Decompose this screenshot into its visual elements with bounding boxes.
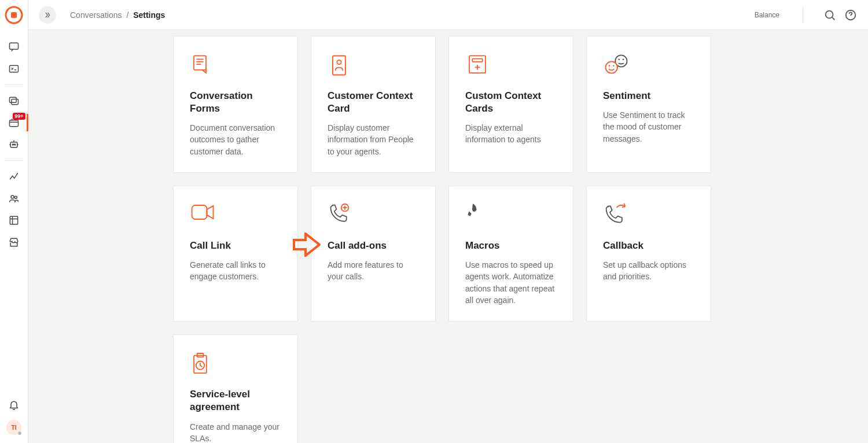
svg-point-11 (14, 196, 17, 198)
nav-store[interactable] (0, 231, 28, 253)
svg-point-10 (11, 195, 14, 198)
nav-settings-active[interactable]: 99+ (0, 112, 28, 134)
svg-point-22 (623, 58, 624, 60)
svg-point-21 (618, 58, 620, 60)
svg-rect-2 (10, 43, 19, 49)
svg-rect-26 (192, 205, 207, 219)
svg-rect-3 (10, 65, 19, 72)
avatar-initials: TI (12, 424, 17, 431)
balance-label[interactable]: Balance (755, 11, 779, 19)
svg-point-24 (609, 65, 610, 67)
left-rail: 99+ TI (0, 0, 28, 443)
clipboard-clock-icon (190, 351, 281, 375)
id-card-icon (328, 53, 419, 77)
nav-reports[interactable] (0, 209, 28, 231)
card-customer-context-card[interactable]: Customer Context Card Display customer i… (311, 36, 436, 173)
brand-logo[interactable] (5, 6, 23, 24)
card-desc: Generate call links to engage customers. (190, 259, 281, 283)
form-icon (190, 53, 281, 77)
svg-point-13 (826, 10, 833, 18)
nav-conversations[interactable] (0, 36, 28, 58)
svg-rect-16 (333, 56, 345, 75)
svg-rect-5 (12, 99, 19, 105)
card-title: Customer Context Card (328, 90, 419, 115)
svg-rect-6 (10, 120, 19, 127)
card-title: Conversation Forms (190, 90, 281, 115)
sidebar-toggle-button[interactable] (39, 6, 56, 24)
card-callback[interactable]: Callback Set up callback options and pri… (586, 186, 711, 322)
card-desc: Document conversation outcomes to gather… (190, 122, 281, 157)
nav-inboxes[interactable] (0, 90, 28, 112)
call-plus-icon (328, 202, 419, 227)
breadcrumb-separator: / (126, 10, 128, 20)
card-desc: Display external information to agents (465, 122, 557, 146)
breadcrumb-parent[interactable]: Conversations (70, 10, 122, 20)
sentiment-icon (603, 53, 694, 77)
svg-point-9 (14, 144, 16, 145)
card-title: Call add-ons (328, 239, 419, 252)
svg-point-17 (337, 60, 341, 64)
card-desc: Add more features to your calls. (328, 259, 419, 283)
breadcrumb-current: Settings (133, 10, 165, 20)
card-title: Call Link (190, 239, 281, 252)
card-desc: Use macros to speed up agents work. Auto… (465, 259, 557, 306)
svg-point-25 (613, 65, 615, 67)
user-avatar[interactable]: TI (6, 420, 21, 435)
card-call-link[interactable]: Call Link Generate call links to engage … (173, 186, 298, 322)
nav-analytics[interactable] (0, 165, 28, 187)
card-desc: Create and manage your SLAs. (190, 421, 281, 443)
card-title: Callback (603, 239, 694, 252)
card-custom-context-cards[interactable]: Custom Context Cards Display external in… (448, 36, 573, 173)
card-title: Service-level agreement (190, 388, 281, 414)
video-call-icon (190, 202, 281, 227)
card-conversation-forms[interactable]: Conversation Forms Document conversation… (173, 36, 298, 173)
card-macros[interactable]: Macros Use macros to speed up agents wor… (448, 186, 573, 322)
top-bar: Conversations / Settings Balance (28, 0, 868, 30)
svg-point-8 (12, 144, 13, 145)
nav-notifications[interactable] (0, 397, 28, 413)
rocket-icon (465, 202, 557, 227)
svg-rect-4 (10, 97, 17, 102)
nav-console[interactable] (0, 58, 28, 80)
svg-point-23 (606, 61, 617, 73)
custom-card-icon (465, 53, 557, 77)
callback-icon (603, 202, 694, 227)
main-content: Conversation Forms Document conversation… (28, 30, 868, 443)
topbar-divider (803, 7, 803, 23)
nav-people[interactable] (0, 187, 28, 209)
card-desc: Use Sentiment to track the mood of custo… (603, 109, 694, 145)
card-desc: Display customer information from People… (328, 122, 419, 157)
nav-bot[interactable] (0, 134, 28, 156)
svg-rect-15 (194, 56, 206, 70)
card-call-add-ons[interactable]: Call add-ons Add more features to your c… (311, 186, 436, 322)
breadcrumb: Conversations / Settings (70, 10, 165, 20)
search-button[interactable] (823, 8, 837, 22)
svg-rect-12 (10, 216, 17, 224)
help-button[interactable] (844, 8, 858, 22)
card-title: Sentiment (603, 90, 694, 102)
presence-dot (17, 431, 22, 435)
card-desc: Set up callback options and priorities. (603, 259, 694, 283)
svg-rect-19 (472, 59, 483, 62)
svg-rect-1 (11, 12, 17, 18)
card-sentiment[interactable]: Sentiment Use Sentiment to track the moo… (586, 36, 711, 173)
card-title: Macros (465, 239, 557, 252)
nav-badge: 99+ (13, 113, 25, 120)
card-sla[interactable]: Service-level agreement Create and manag… (173, 334, 298, 443)
card-title: Custom Context Cards (465, 90, 557, 115)
